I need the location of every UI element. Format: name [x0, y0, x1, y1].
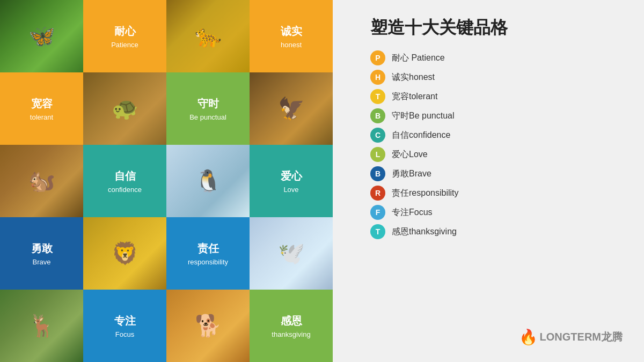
trait-text: 宽容tolerant	[392, 91, 437, 102]
zh-label: 守时	[197, 97, 219, 111]
grid-cell-r1-c1: 🐢	[83, 72, 166, 145]
trait-icon: T	[370, 89, 385, 104]
grid-cell-r4-c0: 🦌	[0, 290, 83, 362]
zh-label: 专注	[114, 314, 136, 328]
trait-text: 责任responsibility	[392, 188, 458, 199]
grid-cell-r1-c3: 🦅	[250, 72, 333, 145]
trait-icon: R	[370, 186, 385, 201]
zh-label: 宽容	[31, 97, 53, 111]
grid-cell-r4-c2: 🐕	[166, 290, 250, 362]
en-label: honest	[281, 41, 302, 49]
grid-cell-r2-c0: 🐿️	[0, 145, 83, 217]
trait-item-3: B守时Be punctual	[370, 108, 623, 123]
grid-cell-r4-c3: 感恩thanksgiving	[250, 290, 333, 362]
grid-cell-r1-c2: 守时Be punctual	[166, 72, 250, 145]
trait-text: 爱心Love	[392, 149, 428, 160]
trait-icon: T	[370, 224, 385, 239]
grid-cell-r1-c0: 宽容tolerant	[0, 72, 83, 145]
trait-item-9: T感恩thanksgiving	[370, 224, 623, 239]
zh-label: 责任	[197, 241, 219, 256]
en-label: Patience	[111, 41, 138, 49]
trait-text: 自信confidence	[392, 130, 450, 141]
zh-label: 自信	[114, 169, 136, 183]
fire-icon: 🔥	[519, 328, 538, 346]
grid-cell-r0-c2: 🐆	[166, 0, 250, 72]
page-title: 塑造十大关键品格	[370, 16, 623, 40]
zh-label: 感恩	[281, 314, 302, 328]
en-label: Be punctual	[189, 113, 226, 121]
trait-item-7: R责任responsibility	[370, 186, 623, 201]
grid-cell-r2-c2: 🐧	[166, 145, 250, 217]
trait-text: 守时Be punctual	[392, 110, 455, 122]
trait-text: 感恩thanksgiving	[392, 226, 457, 238]
grid-cell-r3-c1: 🦁	[83, 217, 166, 290]
grid-cell-r3-c3: 🕊️	[250, 217, 333, 290]
brand-logo: 🔥 LONGTERM龙腾	[370, 328, 623, 346]
trait-text: 勇敢Brave	[392, 168, 431, 180]
grid-cell-r3-c2: 责任responsibility	[166, 217, 250, 290]
trait-icon: F	[370, 205, 385, 220]
trait-text: 专注Focus	[392, 207, 433, 218]
trait-text: 诚实honest	[392, 72, 435, 83]
en-label: Love	[283, 186, 298, 194]
trait-icon: B	[370, 166, 385, 181]
trait-item-8: F专注Focus	[370, 205, 623, 220]
trait-icon: L	[370, 147, 385, 162]
trait-icon: B	[370, 108, 385, 123]
trait-item-4: C自信confidence	[370, 128, 623, 143]
trait-icon: C	[370, 128, 385, 143]
en-label: Brave	[33, 258, 51, 266]
en-label: responsibility	[188, 258, 228, 266]
grid-cell-r2-c3: 爱心Love	[250, 145, 333, 217]
en-label: tolerant	[30, 113, 53, 121]
grid-cell-r0-c3: 诚实honest	[250, 0, 333, 72]
trait-item-2: T宽容tolerant	[370, 89, 623, 104]
en-label: Focus	[115, 330, 134, 338]
en-label: confidence	[108, 186, 142, 194]
trait-item-0: P耐心 Patience	[370, 50, 623, 65]
traits-list: P耐心 PatienceH诚实honestT宽容tolerantB守时Be pu…	[370, 50, 623, 239]
en-label: thanksgiving	[272, 330, 310, 338]
grid-cell-r0-c0: 🦋	[0, 0, 83, 72]
trait-text: 耐心 Patience	[392, 53, 445, 64]
trait-item-6: B勇敢Brave	[370, 166, 623, 181]
trait-icon: H	[370, 70, 385, 85]
grid-cell-r3-c0: 勇敢Brave	[0, 217, 83, 290]
trait-item-1: H诚实honest	[370, 70, 623, 85]
grid-cell-r0-c1: 耐心Patience	[83, 0, 166, 72]
grid-panel: 🦋耐心Patience🐆诚实honest宽容tolerant🐢守时Be punc…	[0, 0, 349, 362]
brand-text: LONGTERM龙腾	[540, 330, 623, 344]
trait-icon: P	[370, 50, 385, 65]
grid-cell-r2-c1: 自信confidence	[83, 145, 166, 217]
zh-label: 诚实	[281, 24, 302, 39]
grid-cell-r4-c1: 专注Focus	[83, 290, 166, 362]
zh-label: 勇敢	[31, 241, 53, 256]
trait-item-5: L爱心Love	[370, 147, 623, 162]
zh-label: 爱心	[281, 169, 302, 183]
zh-label: 耐心	[114, 24, 136, 39]
right-panel: 塑造十大关键品格 P耐心 PatienceH诚实honestT宽容toleran…	[349, 0, 644, 362]
